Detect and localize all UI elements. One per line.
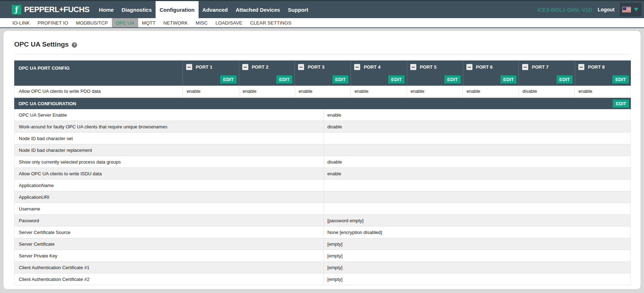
port-header-bottom: EDIT <box>575 75 631 86</box>
minus-glyph <box>188 67 191 68</box>
port-column-header: PORT 8 EDIT <box>575 60 631 86</box>
subnav-tab[interactable]: OPC UA <box>112 18 138 27</box>
port-table-header: OPC UA PORT CONFIG PORT 1 EDIT <box>14 60 631 86</box>
port-edit-button[interactable]: EDIT <box>220 75 237 84</box>
config-row-label: Client Authentication Certificate #2 <box>15 273 324 285</box>
port-edit-button[interactable]: EDIT <box>612 75 629 84</box>
config-row-label: OPC UA Server Enable <box>15 109 324 121</box>
logout-button[interactable]: Logout <box>598 7 615 12</box>
config-row: Username <box>15 203 631 215</box>
main-menu-item[interactable]: Home <box>95 1 118 18</box>
port-header-top: PORT 3 <box>295 60 351 70</box>
title-divider <box>14 54 631 54</box>
subnav-tab[interactable]: PROFINET IO <box>34 18 72 27</box>
config-table-title: OPC UA CONFIGURATION <box>18 101 76 106</box>
port-label: PORT 7 <box>532 64 548 70</box>
config-row: ApplicationName <box>15 180 631 191</box>
port-header-bottom: EDIT <box>519 75 575 86</box>
collapse-icon[interactable] <box>466 64 472 70</box>
collapse-icon[interactable] <box>410 64 416 70</box>
brand-name: PEPPERL+FUCHS <box>24 5 90 14</box>
config-row-label: Node ID bad character replacement <box>15 144 324 156</box>
collapse-icon[interactable] <box>186 64 192 70</box>
page-title: OPC UA Settings <box>14 41 69 48</box>
port-label: PORT 4 <box>364 64 380 70</box>
config-row-value: [empty] <box>324 262 631 273</box>
config-row-value <box>324 144 631 156</box>
collapse-icon[interactable] <box>354 64 360 70</box>
sub-navigation-bar: IO-LINK PROFINET IO MODBUS/TCP OPC UA MQ… <box>0 18 644 28</box>
device-name: ICE3-8IOL1-G65L-V1D <box>537 7 592 13</box>
config-row: Client Authentication Certificate #2 [em… <box>15 273 631 285</box>
config-row: Server Certificate [empty] <box>15 238 631 250</box>
minus-glyph <box>244 67 247 68</box>
subnav-tab[interactable]: LOAD/SAVE <box>212 18 247 27</box>
port-column-header: PORT 2 EDIT <box>239 60 295 86</box>
port-column-header: PORT 6 EDIT <box>463 60 519 86</box>
port-edit-button[interactable]: EDIT <box>276 75 293 84</box>
port-header-top: PORT 7 <box>519 60 575 70</box>
collapse-icon[interactable] <box>578 64 584 70</box>
language-selector[interactable] <box>620 3 642 16</box>
config-row-value: enable <box>324 109 631 121</box>
config-row: Allow OPC UA clients to write ISDU data … <box>15 168 631 180</box>
subnav-tab[interactable]: MODBUS/TCP <box>72 18 112 27</box>
help-icon[interactable]: ? <box>72 42 77 48</box>
subnav-tab[interactable]: IO-LINK <box>9 18 34 27</box>
port-header-bottom: EDIT <box>407 75 463 86</box>
main-menu-item[interactable]: Attached Devices <box>232 1 284 18</box>
port-label: PORT 5 <box>420 64 437 70</box>
config-rows: OPC UA Server Enable enable Work-around … <box>14 109 631 285</box>
main-menu: Home Diagnostics Configuration Advanced … <box>95 1 312 18</box>
config-row-value: enable <box>324 168 631 179</box>
port-edit-button[interactable]: EDIT <box>332 75 349 84</box>
port-edit-button[interactable]: EDIT <box>388 75 405 84</box>
config-row-value: disable <box>324 156 631 167</box>
port-header-bottom: EDIT <box>295 75 351 86</box>
port-header-top: PORT 5 <box>407 60 463 70</box>
subnav-tab[interactable]: NETWORK <box>159 18 192 27</box>
main-menu-item[interactable]: Configuration <box>156 1 198 18</box>
subnav-tab[interactable]: MISC <box>192 18 212 27</box>
config-row: OPC UA Server Enable enable <box>15 109 631 121</box>
port-header-top: PORT 1 <box>183 60 239 70</box>
port-column-header: PORT 1 EDIT <box>183 60 239 86</box>
port-column-header: PORT 7 EDIT <box>519 60 575 86</box>
port-row-value: enable <box>295 86 351 97</box>
port-column-header: PORT 4 EDIT <box>351 60 407 86</box>
subnav-tab[interactable]: CLEAR SETTINGS <box>246 18 295 27</box>
collapse-icon[interactable] <box>298 64 304 70</box>
port-row-value: disable <box>519 86 575 97</box>
config-row: Node ID bad character replacement <box>15 144 631 156</box>
collapse-icon[interactable] <box>522 64 528 70</box>
main-menu-item[interactable]: Diagnostics <box>118 1 156 18</box>
collapse-icon[interactable] <box>242 64 248 70</box>
config-row: Password [password empty] <box>15 215 631 227</box>
port-edit-button[interactable]: EDIT <box>500 75 517 84</box>
main-menu-item[interactable]: Advanced <box>199 1 232 18</box>
port-label: PORT 6 <box>476 64 493 70</box>
minus-glyph <box>468 67 471 68</box>
port-column-header: PORT 5 EDIT <box>407 60 463 86</box>
minus-glyph <box>524 67 527 68</box>
config-row-value: [empty] <box>324 273 631 285</box>
port-edit-button[interactable]: EDIT <box>444 75 461 84</box>
port-row-label: Allow OPC UA clients to write PDO data <box>15 86 183 97</box>
port-table-row: Allow OPC UA clients to write PDO data e… <box>14 86 631 97</box>
port-edit-button[interactable]: EDIT <box>557 75 573 84</box>
app-root: ƒ PEPPERL+FUCHS Home Diagnostics Configu… <box>0 0 644 293</box>
port-header-top: PORT 6 <box>463 60 519 70</box>
config-row: ApplicationURI <box>15 191 631 203</box>
subnav-tab[interactable]: MQTT <box>138 18 159 27</box>
config-row-label: Server Private Key <box>15 250 324 261</box>
config-row-label: Client Authentication Certificate #1 <box>15 262 324 273</box>
brand-logo[interactable]: ƒ PEPPERL+FUCHS <box>0 1 90 18</box>
config-edit-button[interactable]: EDIT <box>613 100 629 108</box>
top-navigation-bar: ƒ PEPPERL+FUCHS Home Diagnostics Configu… <box>0 0 644 18</box>
config-row-label: ApplicationName <box>15 180 324 191</box>
config-table-header: OPC UA CONFIGURATION EDIT <box>14 98 631 109</box>
config-row-value: [empty] <box>324 250 631 261</box>
config-row-label: Server Certificate <box>15 238 324 250</box>
port-row-value: enable <box>239 86 295 97</box>
main-menu-item[interactable]: Support <box>284 1 312 18</box>
